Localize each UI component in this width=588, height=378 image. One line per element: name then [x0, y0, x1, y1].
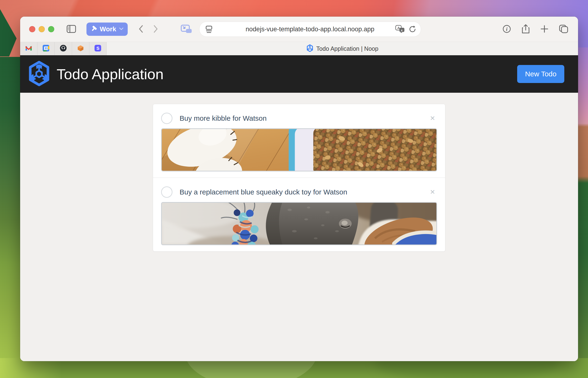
- zoom-window-button[interactable]: [48, 26, 54, 32]
- chevron-down-icon: [119, 27, 123, 31]
- favorite-package[interactable]: [72, 42, 89, 55]
- profile-label: Work: [100, 25, 116, 33]
- package-cube-icon: [77, 45, 84, 53]
- url-text: nodejs-vue-template-todo-app.local.noop.…: [246, 26, 374, 33]
- svg-text:31: 31: [45, 47, 48, 50]
- kibble-bowl: [289, 129, 437, 171]
- minimize-window-button[interactable]: [38, 26, 45, 32]
- forward-icon: [153, 25, 158, 34]
- github-icon: [60, 45, 67, 53]
- todo-photo-dog-toy: [161, 202, 437, 245]
- favorite-gmail[interactable]: [20, 42, 38, 55]
- noop-hexagon-icon: [306, 44, 313, 53]
- todo-list-card: Buy more kibble for Watson ✕: [153, 104, 445, 252]
- profile-switcher[interactable]: Work: [87, 23, 128, 36]
- share-icon: [521, 24, 530, 35]
- favorite-google-calendar[interactable]: 31: [38, 42, 55, 55]
- dog-head: [266, 203, 358, 244]
- sidebar-toggle-button[interactable]: [66, 25, 76, 34]
- active-tab[interactable]: Todo Application | Noop: [107, 42, 578, 55]
- stripe-icon: S: [94, 45, 102, 53]
- todo-title: Buy more kibble for Watson: [179, 114, 267, 122]
- todo-checkbox[interactable]: [161, 186, 172, 198]
- info-icon: i: [502, 25, 511, 34]
- gmail-icon: [25, 45, 32, 52]
- page-title: Todo Application: [57, 66, 164, 82]
- dog-eye: [339, 219, 352, 229]
- desktop: Work: [0, 0, 588, 378]
- kibble-photo-illustration: [162, 129, 436, 171]
- forward-button[interactable]: [153, 25, 158, 34]
- close-window-button[interactable]: [29, 26, 35, 32]
- todo-photo-kibble: [161, 128, 437, 172]
- svg-text:i: i: [506, 26, 508, 32]
- address-bar[interactable]: nodejs-vue-template-todo-app.local.noop.…: [199, 22, 421, 37]
- reload-icon[interactable]: [408, 25, 417, 35]
- tab-title: Todo Application | Noop: [316, 45, 378, 52]
- page-content: Buy more kibble for Watson ✕: [20, 93, 578, 361]
- traffic-lights: [29, 26, 54, 32]
- favorite-stripe[interactable]: S: [89, 42, 107, 55]
- todo-item: Buy a replacement blue squeaky duck toy …: [153, 178, 445, 251]
- picture-in-picture-icon: [181, 24, 192, 34]
- todo-item: Buy more kibble for Watson ✕: [153, 104, 445, 178]
- todo-delete-button[interactable]: ✕: [430, 189, 435, 195]
- picture-in-picture-button[interactable]: [181, 24, 192, 34]
- sidebar-toggle-icon: [66, 25, 76, 34]
- hammer-icon: [90, 25, 97, 33]
- google-calendar-icon: 31: [42, 45, 50, 53]
- back-button[interactable]: [139, 25, 143, 34]
- todo-delete-button[interactable]: ✕: [430, 115, 435, 122]
- share-button[interactable]: [521, 24, 530, 35]
- favorite-github[interactable]: [55, 42, 72, 55]
- new-tab-icon: [540, 25, 549, 34]
- new-todo-button[interactable]: New Todo: [517, 65, 564, 83]
- new-tab-button[interactable]: [540, 25, 549, 34]
- tab-overview-icon: [559, 24, 569, 34]
- dog-photo-illustration: [162, 203, 436, 244]
- browser-toolbar: Work: [20, 17, 578, 42]
- page-format-icon[interactable]: [205, 25, 213, 35]
- favorites-and-tab-bar: 31 S: [20, 42, 578, 55]
- safari-window: Work: [20, 17, 578, 361]
- app-header: Todo Application New Todo: [20, 55, 578, 93]
- todo-checkbox[interactable]: [161, 113, 172, 124]
- back-icon: [139, 25, 143, 34]
- todo-title: Buy a replacement blue squeaky duck toy …: [179, 188, 347, 196]
- translate-icon[interactable]: Ax: [395, 25, 405, 35]
- reader-info-button[interactable]: i: [502, 25, 511, 34]
- tab-overview-button[interactable]: [559, 24, 569, 34]
- noop-hexagon-logo: [27, 61, 51, 87]
- svg-text:S: S: [96, 46, 100, 51]
- svg-text:x: x: [401, 29, 402, 32]
